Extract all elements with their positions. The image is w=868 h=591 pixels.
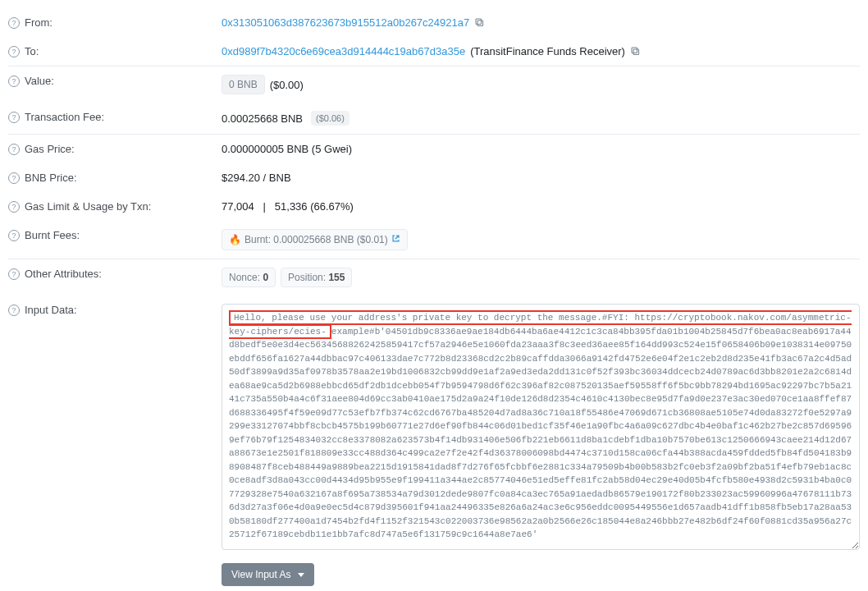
burnt-label-col: ? Burnt Fees: [8, 229, 222, 241]
gaslimit-value: 77,004 | 51,336 (66.67%) [222, 200, 354, 213]
help-icon[interactable]: ? [8, 268, 20, 280]
bnbprice-value-col: $294.20 / BNB [222, 172, 860, 184]
burnt-badge: 🔥 Burnt: 0.000025668 BNB ($0.01) [222, 229, 408, 250]
svg-rect-2 [633, 49, 639, 55]
gaslimit-row: ? Gas Limit & Usage by Txn: 77,004 | 51,… [8, 192, 860, 221]
chevron-down-icon [298, 573, 304, 577]
from-address-link[interactable]: 0x313051063d387623673b915512a0b267c24921… [222, 16, 469, 29]
bnbprice-row: ? BNB Price: $294.20 / BNB [8, 163, 860, 192]
bnbprice-label: BNB Price: [25, 172, 77, 184]
gasprice-label: Gas Price: [25, 143, 75, 155]
svg-rect-1 [476, 19, 482, 25]
help-icon[interactable]: ? [8, 201, 20, 213]
position-value: 155 [328, 272, 345, 283]
view-input-as-button[interactable]: View Input As [222, 563, 314, 586]
other-label: Other Attributes: [25, 268, 102, 280]
other-value-col: Nonce: 0 Position: 155 [222, 268, 860, 287]
from-row: ? From: 0x313051063d387623673b915512a0b2… [8, 8, 860, 37]
txfee-amount: 0.00025668 BNB [222, 112, 303, 125]
txfee-usd: ($0.06) [311, 111, 349, 126]
input-data-rest: example#b'04501db9c8336ae9ae184db6444ba6… [229, 327, 852, 540]
position-badge: Position: 155 [281, 268, 352, 287]
value-usd: ($0.00) [270, 79, 304, 91]
other-label-col: ? Other Attributes: [8, 268, 222, 280]
value-label: Value: [25, 75, 54, 87]
help-icon[interactable]: ? [8, 112, 20, 123]
copy-icon[interactable] [474, 17, 485, 28]
value-value-col: 0 BNB ($0.00) [222, 75, 860, 94]
svg-rect-0 [477, 21, 483, 26]
gasprice-row: ? Gas Price: 0.000000005 BNB (5 Gwei) [8, 135, 860, 163]
help-icon[interactable]: ? [8, 76, 20, 87]
from-label-col: ? From: [8, 16, 222, 29]
gasprice-value: 0.000000005 BNB (5 Gwei) [222, 143, 352, 155]
nonce-badge: Nonce: 0 [222, 268, 276, 287]
gaslimit-label-col: ? Gas Limit & Usage by Txn: [8, 200, 222, 213]
fire-icon: 🔥 [229, 234, 241, 245]
to-name: (TransitFinance Funds Receiver) [470, 45, 625, 57]
help-icon[interactable]: ? [8, 305, 20, 316]
value-amount-badge: 0 BNB [222, 75, 265, 94]
gasprice-value-col: 0.000000005 BNB (5 Gwei) [222, 143, 860, 155]
txfee-value-col: 0.00025668 BNB ($0.06) [222, 111, 860, 126]
inputdata-value-col: Hello, please use your address's private… [222, 304, 860, 586]
burnt-text: Burnt: 0.000025668 BNB ($0.01) [244, 234, 388, 245]
help-icon[interactable]: ? [8, 172, 20, 184]
other-row: ? Other Attributes: Nonce: 0 Position: 1… [8, 259, 860, 296]
txfee-row: ? Transaction Fee: 0.00025668 BNB ($0.06… [8, 103, 860, 135]
burnt-row: ? Burnt Fees: 🔥 Burnt: 0.000025668 BNB (… [8, 221, 860, 259]
to-label-col: ? To: [8, 45, 222, 57]
txfee-label: Transaction Fee: [25, 111, 104, 123]
txfee-label-col: ? Transaction Fee: [8, 111, 222, 123]
nonce-label: Nonce: [229, 272, 260, 283]
view-input-label: View Input As [231, 569, 291, 580]
external-link-icon[interactable] [391, 234, 400, 245]
to-label: To: [25, 45, 39, 57]
value-row: ? Value: 0 BNB ($0.00) [8, 66, 860, 103]
to-row: ? To: 0xd989f7b4320c6e69cea3d914444c19ab… [8, 37, 860, 66]
to-address-link[interactable]: 0xd989f7b4320c6e69cea3d914444c19ab67d3a3… [222, 45, 465, 57]
nonce-value: 0 [263, 272, 268, 283]
inputdata-label-col: ? Input Data: [8, 304, 222, 316]
bnbprice-value: $294.20 / BNB [222, 172, 291, 184]
gasprice-label-col: ? Gas Price: [8, 143, 222, 155]
gaslimit-label: Gas Limit & Usage by Txn: [25, 200, 151, 213]
to-value-col: 0xd989f7b4320c6e69cea3d914444c19ab67d3a3… [222, 45, 860, 57]
help-icon[interactable]: ? [8, 46, 20, 57]
input-data-textarea[interactable]: Hello, please use your address's private… [222, 304, 860, 550]
burnt-value-col: 🔥 Burnt: 0.000025668 BNB ($0.01) [222, 229, 860, 250]
gaslimit-value-col: 77,004 | 51,336 (66.67%) [222, 200, 860, 213]
value-label-col: ? Value: [8, 75, 222, 87]
from-label: From: [25, 16, 53, 29]
svg-rect-3 [632, 48, 637, 53]
from-value-col: 0x313051063d387623673b915512a0b267c24921… [222, 16, 860, 29]
inputdata-row: ? Input Data: Hello, please use your add… [8, 296, 860, 591]
position-label: Position: [288, 272, 326, 283]
help-icon[interactable]: ? [8, 230, 20, 241]
inputdata-label: Input Data: [25, 304, 77, 316]
help-icon[interactable]: ? [8, 17, 20, 29]
burnt-label: Burnt Fees: [25, 229, 80, 241]
bnbprice-label-col: ? BNB Price: [8, 172, 222, 184]
help-icon[interactable]: ? [8, 144, 20, 155]
copy-icon[interactable] [630, 46, 641, 57]
